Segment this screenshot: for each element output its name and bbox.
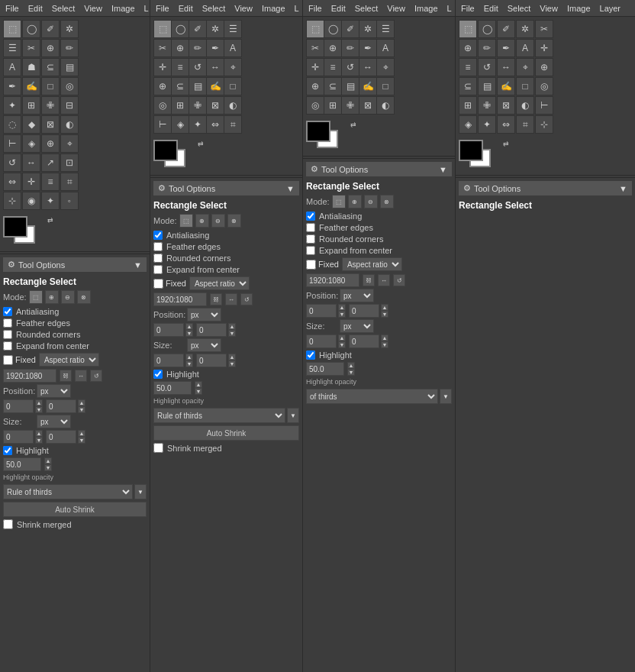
tool-heal[interactable]: ✙ [41, 96, 60, 115]
tool4-rotate[interactable]: ↺ [478, 58, 496, 76]
expand-center-check-3[interactable] [306, 246, 315, 255]
menu-edit-3[interactable]: Edit [329, 4, 348, 13]
pos-x-input-2[interactable] [153, 323, 184, 337]
pos-y-down-1[interactable]: ▼ [78, 406, 85, 413]
pos-x-down-3[interactable]: ▼ [338, 311, 346, 318]
tool-move[interactable]: ✛ [22, 173, 40, 191]
fg-bg-box-1[interactable] [3, 216, 41, 247]
tool4-fg[interactable]: ⊕ [459, 39, 477, 57]
tool4-bucket[interactable]: ⊆ [459, 77, 477, 95]
menu-image-4[interactable]: Image [565, 4, 593, 13]
menu-view-3[interactable]: View [385, 4, 408, 13]
pos-y-up-1[interactable]: ▲ [78, 399, 85, 406]
tool4-ink[interactable]: ⇔ [497, 115, 515, 134]
tool4-align[interactable]: ≡ [459, 58, 477, 76]
rule-select-3[interactable]: of thirds Rule of thirds None [306, 389, 438, 404]
pos-y-up-3[interactable]: ▲ [381, 304, 388, 311]
size-x-input-3[interactable] [306, 334, 337, 348]
menu-edit-2[interactable]: Edit [176, 4, 195, 13]
tool-brush[interactable]: ✍ [22, 77, 40, 95]
dim-reset-icon-2[interactable]: ↺ [240, 293, 253, 305]
fg-color-1[interactable] [3, 216, 27, 237]
fixed-type-select-2[interactable]: Aspect ratio [189, 276, 250, 290]
tool3-dodge[interactable]: ◐ [376, 96, 395, 115]
dimensions-input-3[interactable] [306, 273, 359, 287]
menu-l-3[interactable]: L [445, 4, 454, 13]
menu-image-3[interactable]: Image [412, 4, 440, 13]
tool4-magic[interactable]: ✲ [516, 20, 534, 38]
tool4-ellipse[interactable]: ◯ [478, 20, 496, 38]
antialiasing-check-3[interactable] [306, 212, 315, 221]
size-y-input-3[interactable] [349, 334, 379, 348]
tool-scale[interactable]: ↔ [22, 153, 40, 172]
tool4-crop[interactable]: ⌖ [516, 58, 534, 76]
dim-swap-icon-2[interactable]: ↔ [225, 293, 237, 305]
mode-btn-subtract-1[interactable]: ⊖ [61, 290, 75, 304]
menu-edit-1[interactable]: Edit [26, 4, 45, 13]
highlight-check-1[interactable] [3, 446, 12, 455]
tool2-zoom[interactable]: ⊕ [153, 77, 172, 95]
size-unit-2[interactable]: px [187, 338, 221, 352]
menu-file-1[interactable]: File [3, 4, 21, 13]
tool3-bucket[interactable]: ⊆ [324, 77, 342, 95]
tool3-gradient[interactable]: ▤ [341, 77, 359, 95]
swap-color-icon[interactable]: ⇄ [47, 216, 53, 224]
rounded-corners-check-1[interactable] [3, 330, 12, 339]
tool-options-collapse-1[interactable]: ▼ [134, 260, 142, 270]
tool3-heal[interactable]: ✙ [341, 96, 359, 115]
size-y-up-2[interactable]: ▲ [228, 354, 236, 360]
tool4-path[interactable]: ✏ [478, 39, 496, 57]
tool2-picker[interactable]: ◈ [171, 115, 189, 134]
size-y-up-3[interactable]: ▲ [381, 334, 388, 341]
tool3-smudge[interactable]: ⊠ [359, 96, 377, 115]
tool4-extra[interactable]: ⊢ [535, 96, 553, 115]
tool2-dodge[interactable]: ◐ [224, 96, 242, 115]
tool4-rect[interactable]: ⬚ [459, 20, 477, 38]
tool4-clone[interactable]: ⊞ [459, 96, 477, 115]
tool-free-select[interactable]: ✐ [41, 20, 60, 38]
tool4-pencil[interactable]: ✒ [497, 39, 515, 57]
fg-bg-box-4[interactable] [459, 140, 497, 170]
pos-y-input-2[interactable] [196, 323, 227, 337]
tool-align[interactable]: ≡ [41, 173, 60, 191]
tool2-rotate[interactable]: ↺ [189, 58, 207, 76]
tool3-brush[interactable]: ✍ [359, 77, 377, 95]
tool2-gradient[interactable]: ▤ [189, 77, 207, 95]
fixed-type-select-1[interactable]: Aspect ratio Width Height Size [39, 353, 99, 367]
pos-y-down-2[interactable]: ▼ [228, 330, 236, 337]
highlight-check-3[interactable] [306, 351, 315, 360]
tool-measure[interactable]: ⊢ [3, 134, 21, 153]
fg-color-4[interactable] [459, 140, 483, 161]
rule-select-2[interactable]: Rule of thirds Golden sections None [153, 408, 285, 423]
rule-arrow-1[interactable]: ▼ [134, 484, 147, 499]
feather-edges-check-1[interactable] [3, 318, 12, 328]
size-x-down-2[interactable]: ▼ [185, 360, 193, 367]
tool2-align[interactable]: ≡ [171, 58, 189, 76]
tool2-clone[interactable]: ⊞ [171, 96, 189, 115]
tool2-rect[interactable]: ⬚ [153, 20, 172, 38]
mode-btn-add-3[interactable]: ⊕ [348, 195, 362, 208]
tool-extra4[interactable]: ◦ [60, 192, 79, 210]
size-unit-1[interactable]: px [37, 415, 71, 428]
size-y-input-1[interactable] [46, 430, 76, 444]
tool2-move[interactable]: ✛ [153, 58, 172, 76]
tool4-smudge[interactable]: ⊠ [497, 96, 515, 115]
tool4-zoom[interactable]: ⊕ [535, 58, 553, 76]
tool4-move[interactable]: ✛ [535, 39, 553, 57]
menu-image-2[interactable]: Image [259, 4, 288, 13]
tool2-crop[interactable]: ⌖ [224, 58, 242, 76]
opacity-down-3[interactable]: ▼ [347, 369, 355, 376]
opacity-up-3[interactable]: ▲ [347, 362, 355, 369]
size-unit-3[interactable]: px [340, 319, 374, 333]
mode-btn-replace-2[interactable]: ⬚ [179, 214, 193, 228]
rule-select-1[interactable]: Rule of thirds Golden sections Diagonal … [3, 484, 133, 499]
tool3-fg[interactable]: ⊕ [324, 39, 342, 57]
tool3-airbrush[interactable]: ◎ [306, 96, 324, 115]
highlight-opacity-input-3[interactable] [306, 362, 344, 376]
tool4-heal[interactable]: ✙ [478, 96, 496, 115]
menu-view-4[interactable]: View [537, 4, 560, 13]
expand-center-check-1[interactable] [3, 341, 12, 351]
menu-layer-4[interactable]: Layer [598, 4, 624, 13]
tool3-magic[interactable]: ✲ [359, 20, 377, 38]
rounded-corners-check-3[interactable] [306, 234, 315, 244]
